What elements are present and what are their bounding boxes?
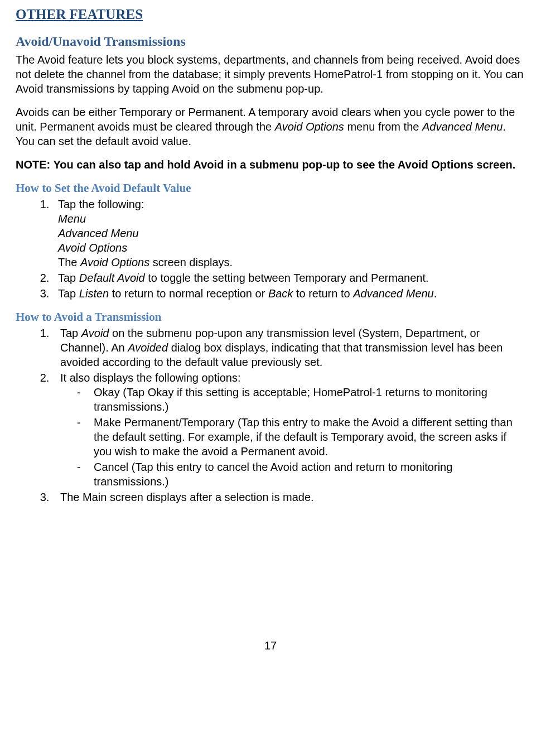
list-item: Cancel (Tap this entry to cancel the Avo… (77, 460, 525, 489)
list-item: Tap Avoid on the submenu pop-upon any tr… (52, 326, 525, 369)
howto-avoid-title: How to Avoid a Transmission (16, 310, 525, 325)
italic-text: Avoid Options (275, 121, 344, 133)
text: menu from the (344, 121, 422, 133)
page-number: 17 (16, 638, 525, 653)
text: Tap (60, 327, 81, 339)
howto-default-list: Tap the following: Menu Advanced Menu Av… (16, 197, 525, 301)
main-heading: OTHER FEATURES (16, 6, 525, 24)
text-line: The Avoid Options screen displays. (58, 255, 525, 269)
text: to toggle the setting between Temporary … (145, 272, 429, 284)
section1-para1: The Avoid feature lets you block systems… (16, 52, 525, 96)
list-item: Okay (Tap Okay if this setting is accept… (77, 385, 525, 414)
text: to return to (293, 287, 353, 300)
italic-text: Avoid (81, 327, 109, 339)
italic-text: Advanced Menu (353, 287, 434, 300)
italic-text: Avoid Options (58, 240, 525, 255)
italic-text: Avoided (128, 341, 168, 354)
list-item: Tap the following: Menu Advanced Menu Av… (52, 197, 525, 269)
howto-avoid-list: Tap Avoid on the submenu pop-upon any tr… (16, 326, 525, 504)
text: Tap (58, 287, 79, 300)
section1-para2: Avoids can be either Temporary or Perman… (16, 105, 525, 148)
italic-text: Listen (79, 287, 109, 300)
text: The (58, 256, 80, 268)
italic-text: Advanced Menu (58, 226, 525, 240)
text: to return to normal reception or (109, 287, 268, 300)
list-item: It also displays the following options: … (52, 370, 525, 489)
list-item: Make Permanent/Temporary (Tap this entry… (77, 415, 525, 459)
text: screen displays. (149, 256, 233, 268)
italic-text: Back (268, 287, 293, 300)
list-item: The Main screen displays after a selecti… (52, 490, 525, 504)
section-avoid-title: Avoid/Unavoid Transmissions (16, 33, 525, 50)
text: It also displays the following options: (60, 372, 241, 384)
howto-default-title: How to Set the Avoid Default Value (16, 181, 525, 196)
text: . (434, 287, 437, 300)
list-item: Tap Default Avoid to toggle the setting … (52, 271, 525, 285)
note-text: NOTE: You can also tap and hold Avoid in… (16, 157, 525, 172)
list-item: Tap Listen to return to normal reception… (52, 286, 525, 301)
italic-text: Menu (58, 211, 525, 226)
italic-text: Advanced Menu (422, 121, 503, 133)
text: Tap the following: (58, 198, 144, 210)
italic-text: Default Avoid (79, 272, 145, 284)
options-sublist: Okay (Tap Okay if this setting is accept… (60, 385, 525, 489)
italic-text: Avoid Options (80, 256, 149, 268)
text: Tap (58, 272, 79, 284)
